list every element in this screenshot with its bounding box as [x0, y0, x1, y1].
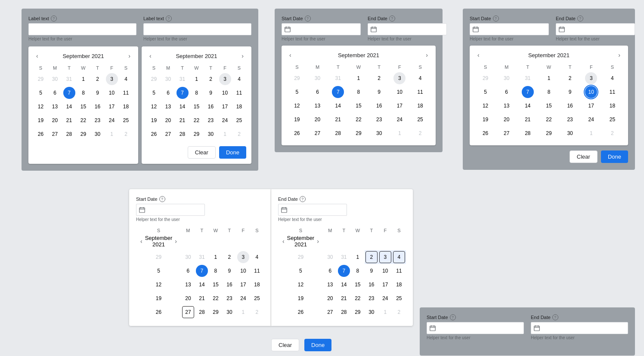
day-cell[interactable]: 2 [120, 128, 132, 140]
day-cell[interactable]: 15 [352, 279, 364, 291]
day-cell[interactable]: 27 [182, 306, 194, 318]
day-cell[interactable]: 9 [92, 87, 104, 99]
day-cell[interactable]: 30 [312, 72, 324, 84]
day-cell[interactable]: 17 [219, 101, 231, 113]
day-cell[interactable]: 24 [379, 292, 391, 304]
day-cell[interactable]: 29 [77, 128, 90, 140]
day-cell[interactable]: 29 [191, 128, 203, 140]
day-cell[interactable]: 13 [49, 101, 61, 113]
day-cell[interactable]: 20 [501, 114, 513, 126]
day-cell[interactable]: 1 [393, 127, 406, 139]
day-cell[interactable]: 14 [63, 101, 75, 113]
day-cell[interactable]: 1 [353, 72, 365, 84]
day-cell[interactable]: 22 [191, 114, 203, 126]
day-cell[interactable]: 21 [338, 292, 350, 304]
day-cell[interactable]: 26 [480, 127, 492, 139]
start-input-wrapper-3[interactable] [470, 23, 549, 35]
start-input-wrapper-5[interactable] [427, 322, 524, 334]
day-cell[interactable]: 22 [543, 114, 555, 126]
day-cell[interactable]: 10 [393, 86, 406, 98]
day-cell[interactable]: 30 [324, 251, 336, 263]
day-cell[interactable]: 2 [251, 306, 263, 318]
day-cell[interactable]: 19 [294, 292, 307, 304]
end-input-wrapper-3[interactable] [556, 23, 635, 35]
day-cell[interactable]: 6 [312, 86, 324, 98]
day-cell[interactable]: 6 [49, 87, 61, 99]
day-cell[interactable]: 26 [148, 128, 160, 140]
day-cell[interactable]: 9 [564, 86, 576, 98]
day-cell[interactable]: 7 [176, 87, 189, 99]
day-cell[interactable]: 12 [152, 279, 164, 291]
day-cell[interactable]: 31 [176, 73, 189, 85]
day-cell[interactable]: 24 [219, 114, 231, 126]
day-cell[interactable]: 19 [148, 114, 160, 126]
day-cell[interactable]: 5 [148, 87, 160, 99]
day-cell[interactable]: 11 [251, 265, 263, 277]
day-cell[interactable]: 18 [414, 100, 426, 112]
day-cell[interactable]: 25 [120, 114, 132, 126]
day-cell[interactable]: 3 [219, 73, 231, 85]
day-cell[interactable]: 26 [35, 128, 47, 140]
day-cell[interactable]: 18 [120, 101, 132, 113]
day-cell[interactable]: 30 [365, 306, 378, 318]
day-cell[interactable]: 29 [294, 251, 307, 263]
day-cell[interactable]: 19 [152, 292, 164, 304]
day-cell[interactable]: 14 [338, 279, 350, 291]
day-cell[interactable]: 29 [352, 306, 364, 318]
day-cell[interactable]: 18 [233, 101, 245, 113]
day-cell[interactable]: 1 [210, 251, 222, 263]
day-cell[interactable]: 16 [92, 101, 104, 113]
done-button-1[interactable]: Done [219, 146, 246, 159]
day-cell[interactable]: 28 [338, 306, 350, 318]
info-icon-1[interactable]: ? [51, 15, 57, 21]
day-cell[interactable]: 31 [338, 251, 350, 263]
input-2[interactable] [143, 23, 251, 35]
info-icon-2[interactable]: ? [166, 15, 172, 21]
day-cell[interactable]: 3 [106, 73, 118, 85]
day-cell[interactable]: 29 [480, 72, 492, 84]
day-cell[interactable]: 11 [414, 86, 426, 98]
day-cell[interactable]: 11 [120, 87, 132, 99]
clear-button-1[interactable]: Clear [188, 146, 216, 159]
day-cell[interactable]: 8 [543, 86, 555, 98]
day-cell[interactable]: 25 [606, 114, 618, 126]
prev-month-2[interactable]: ‹ [287, 51, 294, 59]
start-input-wrapper-4[interactable] [136, 204, 205, 216]
input-1[interactable] [28, 23, 136, 35]
day-cell[interactable]: 3 [393, 72, 406, 84]
end-date-input-4[interactable] [290, 207, 354, 213]
day-cell[interactable]: 6 [324, 265, 336, 277]
day-cell[interactable]: 2 [205, 73, 217, 85]
day-cell[interactable]: 19 [291, 114, 303, 126]
day-cell[interactable]: 16 [205, 101, 217, 113]
day-cell[interactable]: 22 [353, 114, 365, 126]
day-cell[interactable]: 2 [606, 127, 618, 139]
day-cell[interactable]: 16 [223, 279, 235, 291]
start-date-input-5[interactable] [438, 325, 521, 331]
info-icon-end-4[interactable]: ? [300, 196, 306, 202]
day-cell[interactable]: 2 [92, 73, 104, 85]
day-cell[interactable]: 30 [162, 73, 174, 85]
info-icon-end-2[interactable]: ? [389, 15, 395, 21]
day-cell[interactable]: 28 [176, 128, 189, 140]
day-cell[interactable]: 13 [501, 100, 513, 112]
day-cell[interactable]: 30 [564, 127, 576, 139]
day-cell[interactable]: 7 [522, 86, 534, 98]
next-month-3[interactable]: › [616, 51, 623, 59]
day-cell[interactable]: 12 [480, 100, 492, 112]
day-cell[interactable]: 24 [585, 114, 597, 126]
day-cell[interactable]: 12 [148, 101, 160, 113]
day-cell[interactable]: 10 [585, 86, 597, 98]
day-cell[interactable]: 24 [393, 114, 406, 126]
day-cell[interactable]: 2 [564, 72, 576, 84]
info-icon-end-5[interactable]: ? [552, 314, 558, 320]
day-cell[interactable]: 11 [233, 87, 245, 99]
next-month-right[interactable]: › [239, 52, 246, 60]
start-date-input-4[interactable] [148, 207, 212, 213]
day-cell[interactable]: 20 [182, 292, 194, 304]
day-cell[interactable]: 29 [291, 72, 303, 84]
day-cell[interactable]: 2 [233, 128, 245, 140]
day-cell[interactable]: 4 [393, 251, 405, 263]
day-cell[interactable]: 17 [237, 279, 249, 291]
day-cell[interactable]: 20 [312, 114, 324, 126]
